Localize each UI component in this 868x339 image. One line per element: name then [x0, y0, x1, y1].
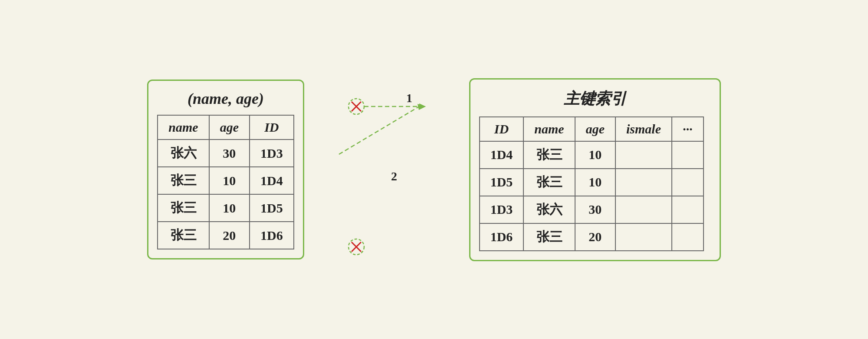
connector-area: 1 2 [339, 61, 434, 278]
table-row: 张六 30 1D3 [158, 140, 293, 167]
left-col-id: ID [250, 115, 294, 140]
left-table-title: (name, age) [157, 90, 294, 108]
cell: 1D4 [480, 141, 524, 169]
right-col-id: ID [480, 117, 524, 141]
cell [615, 141, 672, 169]
cell [672, 223, 704, 251]
cell: 30 [209, 140, 250, 167]
left-col-name: name [158, 115, 209, 140]
cell: 10 [575, 141, 615, 169]
right-table: ID name age ismale ··· 1D4 张三 10 1D5 张 [479, 116, 704, 251]
right-table-header-row: ID name age ismale ··· [480, 117, 704, 141]
right-table-title: 主键索引 [479, 88, 711, 110]
right-col-more: ··· [672, 117, 704, 141]
cell: 20 [575, 223, 615, 251]
left-table-box: (name, age) name age ID 张六 30 1D3 张三 10 [147, 80, 304, 259]
cell [615, 196, 672, 223]
left-col-age: age [209, 115, 250, 140]
cell: 1D3 [480, 196, 524, 223]
table-row: 张三 10 1D5 [158, 194, 293, 222]
svg-line-6 [339, 106, 419, 154]
table-row: 1D5 张三 10 [480, 169, 704, 196]
cell: 张三 [523, 169, 575, 196]
left-table: name age ID 张六 30 1D3 张三 10 1D4 张三 [157, 115, 294, 249]
right-col-name: name [523, 117, 575, 141]
cell: 30 [575, 196, 615, 223]
cell: 1D3 [250, 140, 294, 167]
cell: 1D5 [250, 194, 294, 222]
cell: 10 [575, 169, 615, 196]
cell: 张三 [523, 223, 575, 251]
cell: 1D5 [480, 169, 524, 196]
cell: 20 [209, 222, 250, 249]
cell: 张三 [523, 141, 575, 169]
left-table-header-row: name age ID [158, 115, 293, 140]
cell: 1D6 [250, 222, 294, 249]
cell: 张三 [158, 167, 209, 194]
table-row: 1D3 张六 30 [480, 196, 704, 223]
svg-text:1: 1 [406, 91, 412, 105]
main-container: (name, age) name age ID 张六 30 1D3 张三 10 [147, 61, 720, 278]
cell [672, 196, 704, 223]
cell: 1D4 [250, 167, 294, 194]
right-col-ismale: ismale [615, 117, 672, 141]
table-row: 1D4 张三 10 [480, 141, 704, 169]
cell [672, 141, 704, 169]
cell: 1D6 [480, 223, 524, 251]
table-row: 张三 10 1D4 [158, 167, 293, 194]
cell: 张六 [158, 140, 209, 167]
connector-svg: 1 2 [339, 61, 434, 278]
cell: 张三 [158, 194, 209, 222]
cell [615, 223, 672, 251]
svg-text:2: 2 [391, 170, 397, 183]
cell: 10 [209, 194, 250, 222]
cell: 张六 [523, 196, 575, 223]
cell: 张三 [158, 222, 209, 249]
right-table-box: 主键索引 ID name age ismale ··· 1D4 张三 10 [469, 78, 721, 261]
cell: 10 [209, 167, 250, 194]
cell [615, 169, 672, 196]
cell [672, 169, 704, 196]
table-row: 张三 20 1D6 [158, 222, 293, 249]
right-col-age: age [575, 117, 615, 141]
table-row: 1D6 张三 20 [480, 223, 704, 251]
